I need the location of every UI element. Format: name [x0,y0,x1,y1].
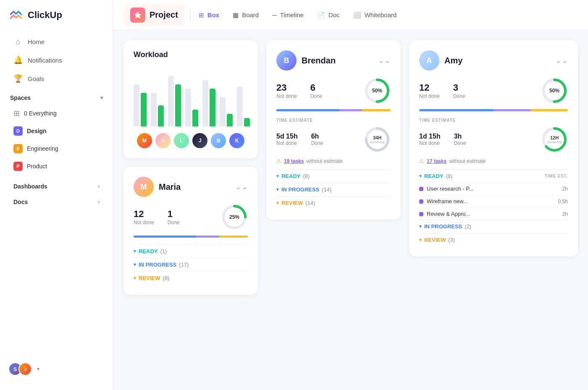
maria-inprogress-toggle[interactable]: ▾ IN PROGRESS (17) [134,258,248,271]
engineering-badge: E [13,144,23,153]
workload-chart [134,68,248,126]
brendan-percent-label: 50% [372,88,382,94]
sidebar-goals-label: Goals [28,75,44,82]
content-area: Workload [113,30,588,390]
header-nav-board[interactable]: ▦ Board [226,8,265,22]
bar-col-5 [202,80,215,126]
sidebar-item-design[interactable]: D Design [3,123,110,139]
amy-review-label: REVIEW [424,237,446,243]
sidebar-item-notifications[interactable]: 🔔 Notifications [3,51,110,69]
brendan-time-not-done-label: Not done [276,140,298,146]
brendan-ready-toggle[interactable]: ▾ READY (8) [276,169,391,183]
brendan-not-done-label: Not done [276,93,297,99]
brendan-review-toggle[interactable]: ▾ REVIEW (14) [276,196,391,209]
header-nav-doc[interactable]: 📄 Doc [310,8,346,22]
maria-ready-toggle[interactable]: ▾ READY (1) [134,244,248,258]
sidebar-item-engineering[interactable]: E Engineering [3,140,110,157]
amy-time-estimate: TIME ESTIMATE 1d 15h Not done 3h Done [419,118,568,153]
doc-label: Doc [328,11,340,18]
header-nav-box[interactable]: ⊞ Box [192,8,226,22]
header-project-label: Project [150,10,178,20]
sidebar-item-home[interactable]: ⌂ Home [3,33,110,50]
bar-wrap-7 [237,86,250,126]
docs-label: Docs [13,199,28,205]
sidebar-item-docs[interactable]: Docs › [3,194,110,209]
task-row-3: Review & Appro... 2h [419,208,568,220]
sidebar-item-dashboards[interactable]: Dashboards › [3,179,110,194]
header-nav-whiteboard[interactable]: ⬜ Whiteboard [346,8,404,22]
chevron-right-icon-docs: › [98,199,100,205]
workload-avatar-1: M [137,133,152,148]
maria-review-toggle[interactable]: ▾ REVIEW (8) [134,271,248,285]
amy-task-list: User research - P... 2h Wireframe new...… [419,183,568,220]
brendan-inprogress-label: IN PROGRESS [281,186,319,193]
bar-green-1 [141,93,147,126]
amy-review-count: (3) [448,237,455,243]
project-icon [134,11,142,19]
brendan-pb-purple [339,109,362,111]
home-icon: ⌂ [13,37,23,46]
spaces-section-header[interactable]: Spaces ▾ [0,88,113,105]
brendan-remaining-label: remaining [370,140,384,144]
amy-donut: 50% [541,77,568,104]
brendan-warning-tasks[interactable]: 19 tasks [284,158,304,164]
bar-green-5 [210,89,215,126]
brendan-remaining-val: 34H [370,135,384,140]
logo-text: ClickUp [28,10,62,21]
header-nav-timeline[interactable]: ─ Timeline [265,8,310,22]
bar-wrap-3 [168,76,181,126]
brendan-done-stat: 6 Done [310,82,323,99]
bar-wrap-1 [134,84,147,126]
brendan-review-chevron: ▾ [276,200,279,206]
amy-name: Amy [444,56,462,65]
bar-gray-7 [237,86,243,126]
brendan-time-estimate: TIME ESTIMATE 5d 15h Not done 6h Done [276,118,391,153]
amy-ready-label: READY [424,173,444,179]
maria-done-stat: 1 Done [168,209,180,225]
bar-green-4 [192,110,198,126]
maria-name: Maria [159,182,181,192]
brendan-info: B Brendan [276,50,336,71]
footer-avatars: S J [8,362,32,376]
amy-expand-icon[interactable]: ⌄⌄ [555,56,568,65]
brendan-warning-row: ⚠ 19 tasks without estimate [276,158,391,164]
brendan-progress-bar [276,109,391,111]
brendan-inprogress-chevron: ▾ [276,187,279,192]
project-button[interactable]: Project [123,4,185,26]
bar-col-4 [185,89,198,126]
board-label: Board [242,11,259,18]
maria-donut: 25% [221,204,248,230]
maria-expand-icon[interactable]: ⌄⌄ [235,182,248,191]
brendan-done-number: 6 [310,82,323,93]
amy-review-toggle[interactable]: ▾ REVIEW (3) [419,233,568,246]
sidebar-item-goals[interactable]: 🏆 Goals [3,70,110,87]
amy-not-done-stat: 12 Not done [419,82,440,99]
workload-avatar-3: L [174,133,189,148]
amy-ready-toggle[interactable]: ▾ READY (8) [419,173,452,179]
task-name-1: User research - P... [427,186,559,192]
amy-inprogress-toggle[interactable]: ▾ IN PROGRESS (2) [419,220,568,233]
brendan-inprogress-count: (14) [322,186,331,193]
product-label: Product [27,163,47,170]
amy-info: A Amy [419,50,462,71]
footer-chevron-icon[interactable]: ▾ [37,366,39,372]
product-badge: P [13,162,23,171]
main-content: Project ⊞ Box ▦ Board ─ Timeline 📄 Doc ⬜… [113,0,588,390]
amy-warning-icon: ⚠ [419,158,424,164]
sidebar-item-product[interactable]: P Product [3,158,110,175]
amy-time-done-val: 3h [454,133,466,140]
amy-warning-tasks[interactable]: 17 tasks [427,158,446,164]
bell-icon: 🔔 [13,55,23,65]
brendan-time-done: 6h Done [311,133,323,146]
amy-remaining-text: 12H remaining [547,135,562,144]
brendan-expand-icon[interactable]: ⌄⌄ [378,56,391,65]
spaces-label: Spaces [10,94,31,101]
brendan-remaining-text: 34H remaining [370,135,384,144]
maria-ready-count: (1) [160,248,167,254]
bar-gray-4 [185,89,191,126]
sidebar-item-everything[interactable]: ⊞ 0 Everything [3,105,110,122]
amy-done-stat: 3 Done [453,82,465,99]
brendan-inprogress-toggle[interactable]: ▾ IN PROGRESS (14) [276,183,391,196]
maria-not-done-label: Not done [134,220,154,225]
board-icon: ▦ [233,11,239,19]
